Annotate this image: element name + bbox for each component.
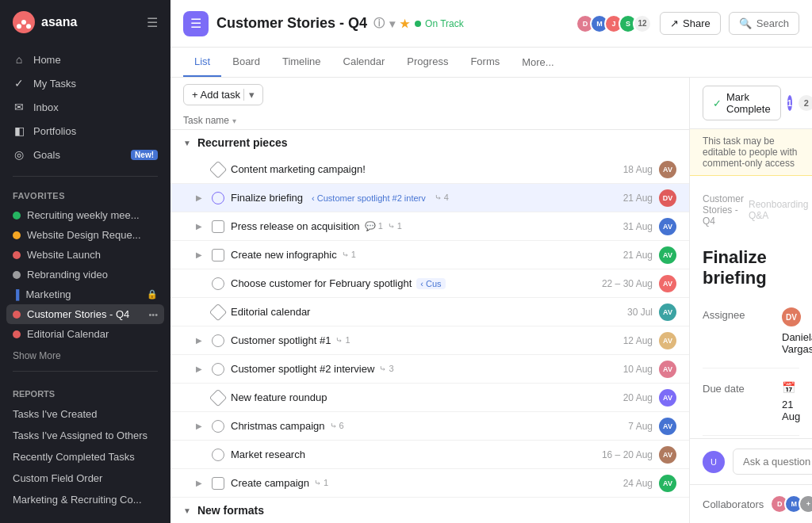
logo[interactable]: asana [13,11,77,33]
expand-icon[interactable]: ▶ [196,336,209,345]
dot-icon [13,330,21,338]
show-more-button[interactable]: Show More [6,347,164,365]
more-icon[interactable]: ••• [148,310,158,319]
task-checkbox[interactable] [212,334,224,347]
due-date-value[interactable]: 📅 21 Aug [782,381,800,422]
sidebar-item-editorial[interactable]: Editorial Calendar [6,324,164,344]
task-checkbox[interactable] [209,388,228,407]
share-button[interactable]: ↗ Share [660,12,721,35]
task-checkbox[interactable] [209,160,228,178]
report-marketing-recruiting[interactable]: Marketing & Recruiting Co... [6,489,164,510]
avatar: AV [659,303,676,321]
assignee-value[interactable]: DV Daniela Vargas [782,307,812,355]
share-label: Share [683,17,710,29]
comment-section: U [690,438,812,484]
report-tasks-created[interactable]: Tasks I've Created [6,403,164,425]
task-checkbox[interactable] [212,220,224,233]
task-row[interactable]: ▶ Finalize briefing ‹ Customer spotlight… [170,184,689,212]
breadcrumb-project[interactable]: Customer Stories - Q4 [703,193,744,227]
topbar: ☰ Customer Stories - Q4 ⓘ ▾ ★ On Track D… [170,0,812,48]
task-checkbox[interactable] [212,249,224,262]
sidebar-item-portfolios[interactable]: ◧ Portfolios [6,119,164,143]
task-row[interactable]: Market research 16 – 20 Aug AV [170,441,689,469]
tab-timeline[interactable]: Timeline [271,48,332,77]
report-tasks-assigned[interactable]: Tasks I've Assigned to Others [6,425,164,446]
tab-list[interactable]: List [183,48,221,77]
sidebar-item-website-design[interactable]: Website Design Reque... [6,225,164,245]
task-date: 18 Aug [623,164,653,175]
sidebar-item-recruiting[interactable]: Recruiting weekly mee... [6,205,164,225]
sidebar-item-website-launch[interactable]: Website Launch [6,245,164,265]
star-icon[interactable]: ★ [400,17,410,30]
project-menu-button[interactable]: ☰ [183,11,209,36]
chevron-down-icon: ▾ [232,116,236,125]
tab-more[interactable]: More... [511,48,565,76]
task-row[interactable]: New feature roundup 20 Aug AV [170,384,689,412]
task-row[interactable]: ▶ Create campaign ⤷ 1 24 Aug AV [170,469,689,498]
search-label: Search [756,17,789,29]
expand-icon[interactable]: ▶ [196,222,209,231]
task-name: Choose customer for February spotlight ‹… [231,277,602,289]
task-tag: ‹ Cus [416,278,445,289]
task-checkbox[interactable] [212,192,224,204]
dot-icon [13,251,21,259]
lock-icon: 🔒 [147,289,158,300]
task-name: Press release on acquisition 💬 1 ⤷ 1 [231,220,623,232]
tab-progress[interactable]: Progress [396,48,459,77]
task-checkbox[interactable] [212,363,224,376]
subtask-count: ⤷ 6 [330,421,344,431]
goals-icon: ◎ [13,148,25,161]
badge-1[interactable]: 1 [787,95,792,111]
sidebar-item-inbox[interactable]: ✉ Inbox [6,95,164,119]
task-list-scroll[interactable]: ▼ Recurrent pieces Content marketing cam… [170,130,689,523]
expand-icon[interactable]: ▶ [196,193,209,202]
task-row[interactable]: ▶ Customer spotlight #2 interview ⤷ 3 10… [170,355,689,384]
task-col-header: Task name ▾ [170,112,689,130]
report-custom-field[interactable]: Custom Field Order [6,468,164,489]
task-checkbox[interactable] [212,420,224,433]
sidebar-item-customer-stories[interactable]: Customer Stories - Q4 ••• [6,304,164,324]
task-row[interactable]: Editorial calendar 30 Jul AV [170,298,689,326]
search-button[interactable]: 🔍 Search [729,12,799,35]
mark-complete-button[interactable]: ✓ Mark Complete [703,86,781,120]
tab-calendar[interactable]: Calendar [332,48,396,77]
tab-forms[interactable]: Forms [459,48,511,77]
task-checkbox[interactable] [209,303,228,321]
info-icon[interactable]: ⓘ [373,17,385,31]
expand-icon[interactable]: ▶ [196,365,209,373]
task-row[interactable]: ▶ Press release on acquisition 💬 1 ⤷ 1 3… [170,212,689,241]
expand-icon[interactable]: ▶ [196,479,209,487]
section-new-formats[interactable]: ▼ New formats [170,498,689,523]
sidebar-item-rebranding[interactable]: Rebranding video [6,265,164,284]
comment-input[interactable] [733,449,812,475]
expand-icon[interactable]: ▶ [196,422,209,430]
hamburger-icon[interactable]: ☰ [147,15,158,30]
sidebar-item-home[interactable]: ⌂ Home [6,48,164,71]
badge-2[interactable]: 2 [799,95,812,111]
task-row[interactable]: Content marketing campaign! 18 Aug AV [170,155,689,184]
section-recurrent-pieces[interactable]: ▼ Recurrent pieces [170,130,689,155]
task-row[interactable]: Choose customer for February spotlight ‹… [170,269,689,298]
task-checkbox[interactable] [212,477,224,490]
report-recently-completed[interactable]: Recently Completed Tasks [6,446,164,468]
task-row[interactable]: ▶ Create new infographic ⤷ 1 21 Aug AV [170,241,689,269]
expand-icon[interactable]: ▶ [196,250,209,259]
portfolios-icon: ◧ [13,124,25,137]
sidebar-item-my-tasks[interactable]: ✓ My Tasks [6,71,164,95]
task-row[interactable]: ▶ Customer spotlight #1 ⤷ 1 12 Aug AV [170,326,689,355]
task-checkbox[interactable] [212,277,224,290]
task-name: Editorial calendar [231,306,627,318]
task-row[interactable]: ▶ Christmas campaign ⤷ 6 7 Aug AV [170,412,689,441]
chevron-down-icon[interactable]: ▾ [389,17,395,30]
sidebar-item-goals[interactable]: ◎ Goals New! [6,143,164,166]
task-detail-title[interactable]: Finalize briefing [703,241,799,301]
chevron-down-icon[interactable]: ▾ [243,89,255,101]
subtask-count: ⤷ 3 [379,364,393,374]
avatar-count[interactable]: 12 [633,14,652,33]
status-badge[interactable]: On Track [415,18,464,29]
tab-board[interactable]: Board [221,48,271,77]
status-label: On Track [425,18,464,29]
task-checkbox[interactable] [212,449,224,461]
sidebar-item-marketing[interactable]: ▐ Marketing 🔒 [6,284,164,304]
add-task-button[interactable]: + Add task ▾ [183,84,263,105]
